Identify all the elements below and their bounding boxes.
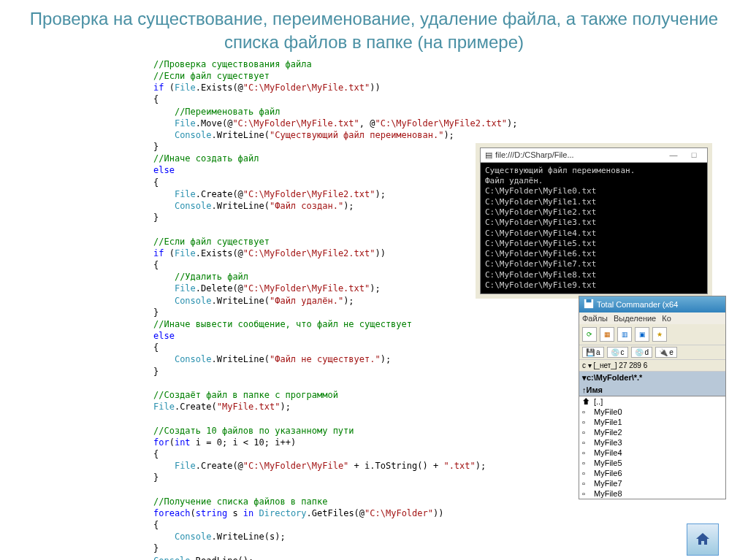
file-icon: ▫ [582, 459, 591, 467]
updir-item[interactable]: 🡅[..] [579, 396, 725, 407]
file-icon: ▫ [582, 428, 591, 437]
method: .Exists(@ [196, 248, 243, 258]
comment: //Создать 10 файлов по указанному пути [153, 426, 354, 436]
method: .ToString() [370, 461, 427, 471]
str: "Файл создан." [270, 201, 343, 211]
drive-a[interactable]: 💾a [582, 347, 604, 358]
tc-menubar[interactable]: Файлы Выделение Ко [579, 312, 725, 324]
type: Console [175, 296, 212, 306]
comment: //Удалить файл [175, 272, 248, 282]
str: "C:\MyFolder\MyFile.txt" [243, 83, 370, 93]
tc-file-item[interactable]: ▫MyFile6 [579, 468, 725, 478]
str: "Файл удалён." [270, 296, 343, 306]
method: .Create(@ [196, 461, 243, 471]
type: Directory [259, 508, 307, 518]
console-titlebar[interactable]: ▤ file:///D:/CSharp/File... — □ [481, 148, 707, 163]
str: "C:\MyFolder\MyFile2.txt" [243, 248, 375, 258]
type: Console [175, 201, 212, 211]
image-icon[interactable]: ▣ [635, 327, 649, 342]
tc-file-item[interactable]: ▫MyFile5 [579, 458, 725, 468]
method: .GetFiles(@ [307, 508, 365, 518]
maximize-icon[interactable]: □ [685, 150, 703, 159]
method: .WriteLine( [211, 130, 269, 140]
kw: else [153, 331, 175, 341]
kw: if [153, 83, 164, 93]
menu-files[interactable]: Файлы [582, 314, 608, 323]
method: .Create(@ [196, 189, 243, 199]
home-button[interactable] [687, 523, 719, 556]
txt: ( [169, 437, 175, 448]
file-icon: ▫ [582, 469, 591, 477]
tree-icon[interactable]: ▥ [617, 327, 632, 342]
file-icon: ▫ [582, 418, 591, 426]
method: .Move(@ [196, 118, 233, 129]
console-window: ▤ file:///D:/CSharp/File... — □ Существу… [480, 147, 708, 295]
comment: //Иначе вывести сообщение, что файл не с… [153, 319, 412, 329]
kw: for [153, 437, 169, 448]
comment: //Создаёт файл в папке с программой [153, 390, 338, 400]
str: "C:\MyFolder\MyFile.txt" [243, 283, 370, 294]
kw: in [243, 508, 253, 518]
txt: s [227, 508, 243, 518]
str: "C:\MyFolder\MyFile2.txt" [243, 189, 375, 199]
menu-more[interactable]: Ко [662, 314, 671, 323]
method: .Exists(@ [196, 83, 243, 93]
console-title-text: file:///D:/CSharp/File... [495, 150, 574, 159]
method: .ReadLine(); [191, 556, 254, 560]
star-icon[interactable]: ★ [652, 327, 667, 342]
method: .Delete(@ [196, 283, 243, 294]
tc-toolbar: ⟳ ▦ ▥ ▣ ★ [579, 324, 725, 345]
diskette-icon [584, 299, 594, 310]
tc-location[interactable]: ▾c:\MyFolder\*.* [579, 372, 725, 384]
type: Console [175, 354, 212, 364]
tc-file-item[interactable]: ▫MyFile2 [579, 427, 725, 437]
kw: string [196, 508, 227, 518]
home-icon [694, 531, 711, 548]
type: Console [175, 130, 212, 140]
tc-file-list: 🡅[..] ▫MyFile0▫MyFile1▫MyFile2▫MyFile3▫M… [579, 396, 725, 499]
type: File [175, 461, 196, 471]
tc-file-item[interactable]: ▫MyFile3 [579, 437, 725, 448]
method: .WriteLine( [211, 201, 269, 211]
folder-up-icon: 🡅 [582, 397, 591, 406]
tc-file-item[interactable]: ▫MyFile8 [579, 488, 725, 499]
drive-e[interactable]: 🔌e [655, 347, 677, 358]
comment: //Если файл существует [153, 237, 270, 247]
str: "Существующий файл переименован." [270, 130, 443, 140]
comment: //Проверка существования файла [153, 59, 312, 69]
file-icon: ▫ [582, 407, 591, 416]
drive-d[interactable]: 💿d [631, 347, 653, 358]
tc-file-item[interactable]: ▫MyFile1 [579, 417, 725, 427]
tc-path-label: c ▾ [_нет_] 27 289 6 [579, 360, 725, 372]
tc-drives: 💾a 💿c 💿d 🔌e [579, 345, 725, 360]
tc-column-header[interactable]: ↑Имя [579, 384, 725, 396]
method: .Create( [175, 402, 217, 412]
file-icon: ▫ [582, 479, 591, 488]
type: Console [153, 556, 191, 560]
file-icon: ▫ [582, 489, 591, 498]
view-icon[interactable]: ▦ [600, 327, 614, 342]
file-icon: ▤ [485, 150, 492, 160]
type: File [175, 248, 196, 258]
minimize-icon[interactable]: — [665, 150, 682, 159]
str: "C:\MyFolder\MyFile" [243, 461, 349, 471]
kw: int [175, 437, 191, 448]
comment: //Получение списка файлов в папке [153, 496, 327, 507]
str: "MyFile.txt" [217, 402, 280, 412]
tc-file-item[interactable]: ▫MyFile4 [579, 448, 725, 458]
drive-c[interactable]: 💿c [607, 347, 628, 358]
method: .WriteLine( [211, 296, 269, 306]
type: File [153, 402, 175, 412]
tc-file-item[interactable]: ▫MyFile7 [579, 478, 725, 488]
type: File [175, 83, 196, 93]
comment: //Если файл существует [153, 71, 270, 81]
refresh-icon[interactable]: ⟳ [582, 327, 597, 342]
tc-file-item[interactable]: ▫MyFile0 [579, 407, 725, 417]
type: Console [175, 532, 212, 542]
str: "C:\MyFolder" [365, 508, 433, 518]
menu-selection[interactable]: Выделение [614, 314, 656, 323]
tc-titlebar[interactable]: Total Commander (x64 [579, 296, 725, 312]
method: .WriteLine( [211, 354, 269, 364]
type: File [175, 283, 196, 294]
txt: i = 0; i < 10; i++) [191, 437, 297, 448]
